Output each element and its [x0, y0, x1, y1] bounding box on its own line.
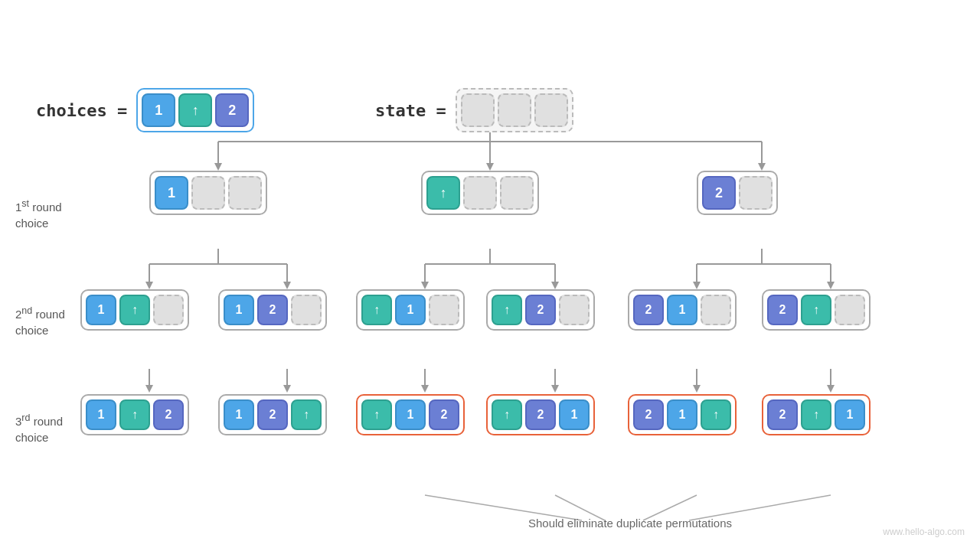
- l3-node-1: 1 ↑ 2: [80, 394, 189, 435]
- l3-node-6-duplicate: 2 ↑ 1: [762, 394, 871, 435]
- l3-node-3-duplicate: ↑ 1 2: [356, 394, 465, 435]
- svg-marker-19: [551, 282, 559, 289]
- l2-node-2: 1 2: [218, 289, 327, 331]
- choices-header: choices = 1 ↑ 2: [36, 88, 254, 132]
- watermark: www.hello-algo.com: [883, 527, 965, 537]
- l1-3-cell-indigo: 2: [702, 176, 736, 210]
- l3-node-4-duplicate: ↑ 2 1: [486, 394, 595, 435]
- l1-3-empty-1: [739, 176, 773, 210]
- choices-label: choices =: [36, 101, 127, 120]
- svg-marker-18: [421, 282, 429, 289]
- state-empty-2: [498, 93, 531, 127]
- state-label: state =: [375, 101, 446, 120]
- l1-2-cell-teal: ↑: [426, 176, 460, 210]
- choices-cell-2: 2: [215, 93, 249, 127]
- svg-marker-27: [145, 385, 153, 393]
- state-empty-1: [461, 93, 495, 127]
- l1-1-empty-1: [191, 176, 225, 210]
- svg-marker-12: [145, 282, 153, 289]
- svg-marker-24: [693, 282, 701, 289]
- diagram: choices = 1 ↑ 2 state = 1st roundchoice …: [0, 23, 980, 543]
- l3-node-5-duplicate: 2 1 ↑: [628, 394, 737, 435]
- l1-node-3: 2: [697, 171, 778, 215]
- annotation-text: Should eliminate duplicate permutations: [528, 517, 732, 530]
- svg-marker-29: [283, 385, 291, 393]
- page: choices = 1 ↑ 2 state = 1st roundchoice …: [0, 0, 980, 551]
- level1-label: 1st roundchoice: [15, 197, 92, 231]
- svg-marker-13: [283, 282, 291, 289]
- l2-node-6: 2 ↑: [762, 289, 871, 331]
- svg-marker-25: [827, 282, 835, 289]
- svg-marker-6: [486, 163, 494, 171]
- svg-marker-5: [214, 163, 222, 171]
- l1-node-2: ↑: [421, 171, 539, 215]
- l1-1-empty-2: [228, 176, 262, 210]
- l1-1-cell-blue: 1: [155, 176, 188, 210]
- svg-marker-31: [421, 385, 429, 393]
- svg-marker-7: [758, 163, 766, 171]
- state-header: state =: [375, 88, 573, 132]
- state-empty-3: [534, 93, 568, 127]
- l2-node-1: 1 ↑: [80, 289, 189, 331]
- l2-node-5: 2 1: [628, 289, 737, 331]
- state-root-cell-group: [456, 88, 573, 132]
- l2-node-4: ↑ 2: [486, 289, 595, 331]
- svg-marker-33: [551, 385, 559, 393]
- choices-cell-group: 1 ↑ 2: [136, 88, 254, 132]
- l2-node-3: ↑ 1: [356, 289, 465, 331]
- choices-cell-1: 1: [142, 93, 175, 127]
- l1-2-empty-2: [500, 176, 534, 210]
- l1-node-1: 1: [149, 171, 267, 215]
- l3-node-2: 1 2 ↑: [218, 394, 327, 435]
- l1-2-empty-1: [463, 176, 497, 210]
- svg-marker-37: [827, 385, 835, 393]
- choices-cell-arrow: ↑: [178, 93, 212, 127]
- svg-marker-35: [693, 385, 701, 393]
